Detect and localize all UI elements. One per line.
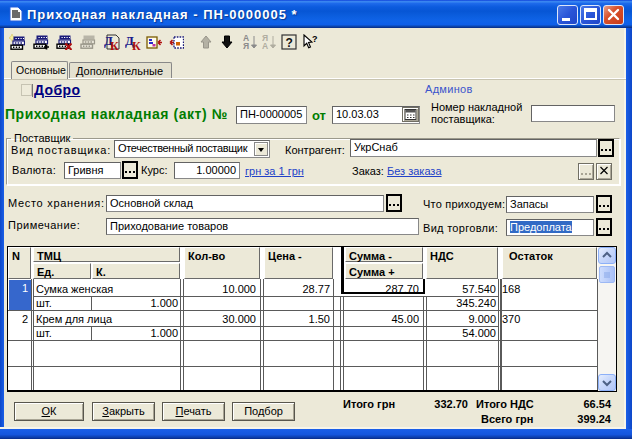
svg-text:А: А (262, 41, 268, 50)
svg-text:К: К (110, 39, 119, 50)
svg-text:?: ? (286, 36, 293, 50)
svg-text:?: ? (312, 34, 318, 44)
svg-text:Я: Я (243, 41, 249, 50)
svg-text:К: К (132, 39, 141, 50)
